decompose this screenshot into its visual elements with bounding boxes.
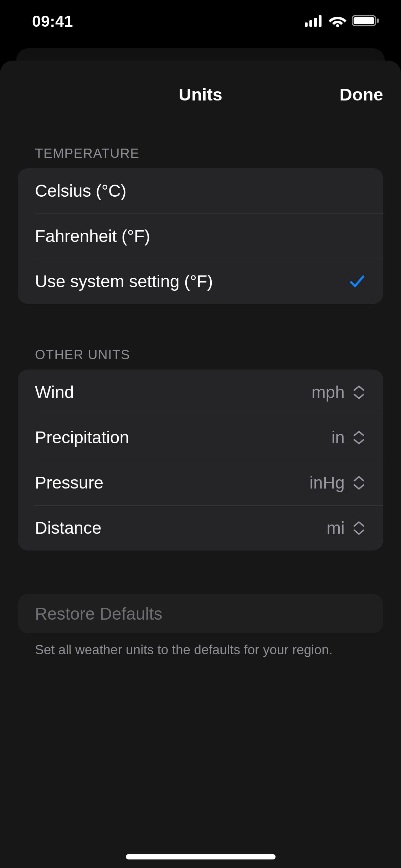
row-value: mph xyxy=(312,382,345,402)
wind-row[interactable]: Wind mph xyxy=(18,370,383,415)
chevron-up-down-icon xyxy=(352,519,366,537)
chevron-up-down-icon xyxy=(352,383,366,401)
precipitation-row[interactable]: Precipitation in xyxy=(18,415,383,460)
status-time: 09:41 xyxy=(32,12,73,30)
row-right: in xyxy=(331,428,366,447)
chevron-up-down-icon xyxy=(352,474,366,492)
row-label: Wind xyxy=(35,382,74,402)
svg-rect-0 xyxy=(305,22,308,27)
svg-rect-6 xyxy=(354,17,374,24)
status-indicators xyxy=(305,14,380,29)
row-value: inHg xyxy=(309,473,345,492)
row-right: mi xyxy=(327,518,366,538)
row-right: inHg xyxy=(309,473,366,492)
distance-row[interactable]: Distance mi xyxy=(18,505,383,551)
home-indicator[interactable] xyxy=(126,854,276,859)
row-label: Celsius (°C) xyxy=(35,181,127,201)
row-right: mph xyxy=(312,382,366,402)
row-label: Fahrenheit (°F) xyxy=(35,226,150,246)
restore-defaults-button[interactable]: Restore Defaults xyxy=(18,594,383,633)
row-label: Precipitation xyxy=(35,428,129,447)
temperature-group: Celsius (°C) Fahrenheit (°F) Use system … xyxy=(18,168,383,304)
wifi-icon xyxy=(329,14,346,29)
row-value: mi xyxy=(327,518,345,538)
status-bar: 09:41 xyxy=(0,0,401,43)
chevron-up-down-icon xyxy=(352,429,366,446)
temperature-section-header: TEMPERATURE xyxy=(18,146,383,168)
svg-rect-2 xyxy=(314,18,317,27)
svg-rect-1 xyxy=(309,20,312,27)
svg-point-4 xyxy=(336,24,339,27)
other-units-section-header: OTHER UNITS xyxy=(18,347,383,370)
temperature-option-fahrenheit[interactable]: Fahrenheit (°F) xyxy=(18,213,383,259)
restore-defaults-group: Restore Defaults xyxy=(18,594,383,633)
page-title: Units xyxy=(179,84,222,104)
svg-rect-7 xyxy=(377,19,379,23)
battery-icon xyxy=(352,14,380,29)
done-button[interactable]: Done xyxy=(340,84,384,104)
nav-bar: Units Done xyxy=(0,78,401,110)
row-label: Pressure xyxy=(35,473,103,492)
other-units-group: Wind mph Precipitation in xyxy=(18,370,383,551)
temperature-option-celsius[interactable]: Celsius (°C) xyxy=(18,168,383,213)
cellular-icon xyxy=(305,15,323,28)
row-value: in xyxy=(331,428,345,447)
restore-defaults-footer: Set all weather units to the defaults fo… xyxy=(18,633,383,659)
pressure-row[interactable]: Pressure inHg xyxy=(18,460,383,505)
temperature-option-system[interactable]: Use system setting (°F) xyxy=(18,259,383,304)
row-label: Restore Defaults xyxy=(35,604,163,624)
units-sheet: Units Done TEMPERATURE Celsius (°C) Fahr… xyxy=(0,61,401,868)
svg-rect-3 xyxy=(319,15,322,27)
row-label: Use system setting (°F) xyxy=(35,272,213,291)
checkmark-icon xyxy=(348,273,366,290)
sheet-content: TEMPERATURE Celsius (°C) Fahrenheit (°F)… xyxy=(0,110,401,659)
row-label: Distance xyxy=(35,518,102,538)
